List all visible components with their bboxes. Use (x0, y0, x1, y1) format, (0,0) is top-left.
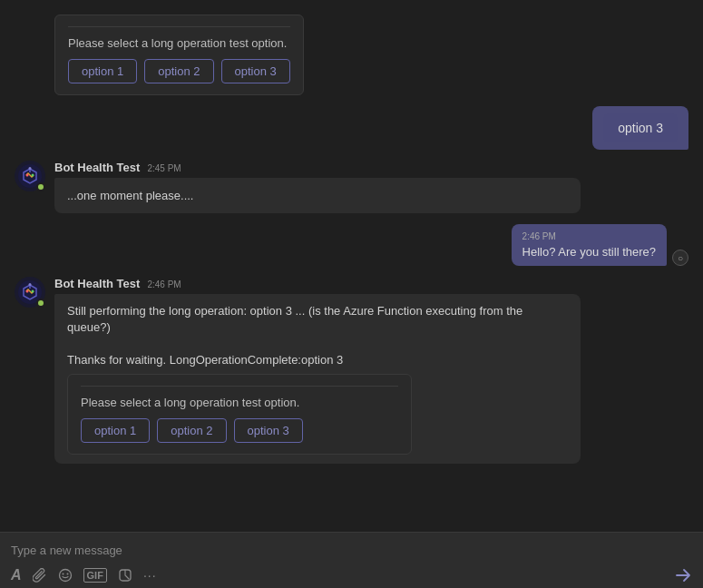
bot-card-button-2-3[interactable]: option 3 (234, 418, 303, 443)
bot-timestamp-2: 2:46 PM (147, 279, 181, 289)
svg-point-9 (62, 573, 63, 575)
svg-point-3 (29, 167, 32, 170)
top-card-buttons: option 1 option 2 option 3 (68, 59, 290, 83)
input-area: A GIF ··· (0, 532, 703, 588)
svg-point-5 (26, 290, 29, 293)
top-card-button-1[interactable]: option 1 (68, 59, 137, 83)
bot-card-2: Please select a long operation test opti… (67, 374, 412, 455)
card-divider (68, 26, 290, 27)
format-icon[interactable]: A (11, 567, 22, 583)
outgoing-bubble-option3: option 3 (592, 106, 688, 150)
outgoing-bubble-hello: 2:46 PM Hello? Are you still there? (512, 224, 667, 266)
svg-point-7 (29, 283, 32, 286)
bot-message-content-1: Bot Health Test 2:45 PM ...one moment pl… (54, 161, 688, 213)
bot-sender-name-1: Bot Health Test (54, 161, 140, 174)
bot-message-header-1: Bot Health Test 2:45 PM (54, 161, 688, 174)
bot-bubble-2: Still performing the long operation: opt… (54, 294, 581, 463)
send-button[interactable] (674, 566, 692, 584)
bot-bubble-1: ...one moment please.... (54, 178, 581, 213)
attach-icon[interactable] (33, 568, 47, 583)
incoming-message-1: Bot Health Test 2:45 PM ...one moment pl… (15, 161, 688, 213)
bot-status-2 (36, 299, 45, 308)
bot-text-1: ...one moment please.... (67, 189, 193, 202)
reaction-button-hello[interactable]: ○ (672, 250, 688, 266)
svg-point-10 (66, 573, 68, 575)
svg-point-6 (32, 290, 34, 293)
top-card: Please select a long operation test opti… (54, 15, 304, 95)
sticker-icon[interactable] (118, 568, 132, 583)
bot-card-prompt-2: Please select a long operation test opti… (81, 396, 398, 409)
bot-avatar-1 (15, 161, 45, 191)
bot-timestamp-1: 2:45 PM (147, 163, 181, 173)
outgoing-text-option3: option 3 (603, 113, 678, 142)
incoming-message-2: Bot Health Test 2:46 PM Still performing… (15, 277, 688, 463)
top-card-button-3[interactable]: option 3 (221, 59, 290, 83)
bot-message-content-2: Bot Health Test 2:46 PM Still performing… (54, 277, 688, 463)
top-card-button-2[interactable]: option 2 (144, 59, 213, 83)
svg-point-2 (32, 174, 34, 177)
bot-card-divider-2 (81, 386, 398, 387)
outgoing-message-option3: option 3 (15, 106, 688, 150)
emoji-icon[interactable] (58, 568, 73, 583)
bot-avatar-2 (15, 277, 45, 308)
bot-card-buttons-2: option 1 option 2 option 3 (81, 418, 398, 443)
input-toolbar: A GIF ··· (11, 566, 692, 584)
svg-point-8 (59, 570, 71, 582)
chat-area: Please select a long operation test opti… (0, 0, 703, 532)
bot-message-header-2: Bot Health Test 2:46 PM (54, 277, 688, 290)
svg-point-1 (26, 174, 29, 177)
top-card-prompt: Please select a long operation test opti… (68, 36, 290, 50)
top-card-container: Please select a long operation test opti… (15, 15, 688, 95)
more-icon[interactable]: ··· (143, 568, 157, 583)
outgoing-message-hello: 2:46 PM Hello? Are you still there? ○ (15, 224, 688, 266)
bot-sender-name-2: Bot Health Test (54, 277, 140, 290)
bot-card-button-2-2[interactable]: option 2 (157, 418, 226, 443)
bot-thanks-text-2: Thanks for waiting. LongOperationComplet… (67, 353, 568, 367)
gif-icon[interactable]: GIF (83, 568, 107, 583)
message-input[interactable] (11, 540, 692, 561)
bot-body-text-2: Still performing the long operation: opt… (67, 303, 568, 336)
bot-card-button-2-1[interactable]: option 1 (81, 418, 150, 443)
outgoing-time-hello: 2:46 PM (522, 231, 656, 241)
outgoing-text-hello: Hello? Are you still there? (522, 245, 656, 259)
bot-status-1 (36, 182, 45, 191)
